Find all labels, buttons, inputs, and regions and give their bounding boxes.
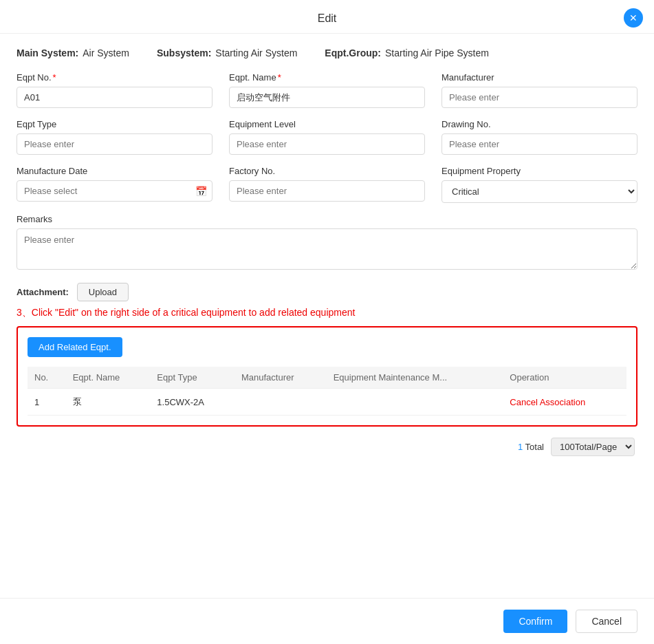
- col-manufacturer: Manufacturer: [235, 367, 327, 389]
- close-button[interactable]: ✕: [624, 8, 643, 28]
- manufacture-date-group: Manufacture Date 📅: [17, 166, 212, 203]
- factory-no-label: Factory No.: [229, 166, 425, 176]
- cell-manufacturer: [235, 389, 327, 416]
- attachment-label: Attachment:: [17, 287, 69, 297]
- col-eqpt-type: Eqpt Type: [150, 367, 235, 389]
- equipment-property-label: Equipment Property: [442, 166, 637, 176]
- eqpt-type-input[interactable]: [17, 133, 212, 155]
- main-system-item: Main System: Air System: [17, 47, 129, 58]
- pagination-row: 1 Total 100Total/Page 50Total/Page 20Tot…: [17, 438, 637, 456]
- equipment-property-select[interactable]: Critical Non-Critical: [442, 180, 637, 203]
- calendar-icon: 📅: [195, 186, 207, 197]
- modal-body: Main System: Air System Subsystem: Start…: [0, 34, 654, 598]
- subsystem-item: Subsystem: Starting Air System: [157, 47, 297, 58]
- close-icon: ✕: [629, 12, 637, 23]
- manufacturer-group: Manufacturer: [442, 72, 637, 108]
- manufacture-date-label: Manufacture Date: [17, 166, 212, 176]
- remarks-label: Remarks: [17, 214, 637, 224]
- related-section: Add Related Eqpt. No. Eqpt. Name Eqpt Ty…: [17, 326, 637, 427]
- eqpt-name-group: Eqpt. Name*: [229, 72, 425, 108]
- manufacturer-label: Manufacturer: [442, 72, 637, 83]
- modal-footer: Confirm Cancel: [0, 598, 654, 644]
- modal-title: Edit: [318, 12, 337, 25]
- hint-text: 3、Click "Edit" on the right side of a cr…: [17, 307, 637, 319]
- modal-overlay: Edit ✕ Main System: Air System Subsystem…: [0, 0, 654, 644]
- manufacturer-input[interactable]: [442, 87, 637, 108]
- equipment-level-label: Equipment Level: [229, 119, 425, 129]
- modal-header: Edit ✕: [0, 0, 654, 34]
- col-operation: Operation: [503, 367, 626, 389]
- main-system-value: Air System: [83, 47, 129, 58]
- related-table-body: 1 泵 1.5CWX-2A Cancel Association: [28, 389, 626, 416]
- main-system-label: Main System:: [17, 47, 78, 58]
- eqpt-type-group: Eqpt Type: [17, 119, 212, 155]
- upload-button[interactable]: Upload: [77, 283, 129, 301]
- factory-no-input[interactable]: [229, 180, 425, 202]
- eqpt-group-value: Starting Air Pipe System: [385, 47, 489, 58]
- cell-eqpt-type: 1.5CWX-2A: [150, 389, 235, 416]
- add-related-button[interactable]: Add Related Eqpt.: [28, 337, 122, 357]
- attachment-row: Attachment: Upload: [17, 283, 637, 301]
- eqpt-type-label: Eqpt Type: [17, 119, 212, 129]
- drawing-no-group: Drawing No.: [442, 119, 637, 155]
- cell-operation: Cancel Association: [503, 389, 626, 416]
- col-maintenance: Equipment Maintenance M...: [327, 367, 503, 389]
- related-table: No. Eqpt. Name Eqpt Type Manufacturer Eq…: [28, 367, 626, 416]
- eqpt-group-label: Eqpt.Group:: [325, 47, 381, 58]
- related-table-header: No. Eqpt. Name Eqpt Type Manufacturer Eq…: [28, 367, 626, 389]
- equipment-level-group: Equipment Level: [229, 119, 425, 155]
- date-input-wrapper: 📅: [17, 180, 212, 202]
- remarks-textarea[interactable]: [17, 228, 637, 270]
- eqpt-name-input[interactable]: [229, 87, 425, 108]
- page-size-select[interactable]: 100Total/Page 50Total/Page 20Total/Page: [551, 438, 635, 456]
- table-row: 1 泵 1.5CWX-2A Cancel Association: [28, 389, 626, 416]
- factory-no-group: Factory No.: [229, 166, 425, 203]
- drawing-no-input[interactable]: [442, 133, 637, 155]
- eqpt-no-label: Eqpt No.*: [17, 72, 212, 83]
- total-text: 1 Total: [518, 442, 544, 452]
- col-eqpt-name: Eqpt. Name: [66, 367, 151, 389]
- info-bar: Main System: Air System Subsystem: Start…: [17, 47, 637, 58]
- cancel-button[interactable]: Cancel: [576, 610, 637, 633]
- eqpt-no-input[interactable]: [17, 87, 212, 108]
- cell-eqpt-name: 泵: [66, 389, 151, 416]
- cell-no: 1: [28, 389, 66, 416]
- equipment-property-group: Equipment Property Critical Non-Critical: [442, 166, 637, 203]
- drawing-no-label: Drawing No.: [442, 119, 637, 129]
- confirm-button[interactable]: Confirm: [503, 610, 567, 633]
- cell-maintenance: [327, 389, 503, 416]
- eqpt-name-label: Eqpt. Name*: [229, 72, 425, 83]
- total-count: 1: [518, 442, 523, 452]
- manufacture-date-input[interactable]: [17, 180, 212, 202]
- related-header-row: No. Eqpt. Name Eqpt Type Manufacturer Eq…: [28, 367, 626, 389]
- subsystem-value: Starting Air System: [215, 47, 297, 58]
- form-grid: Eqpt No.* Eqpt. Name* Manufacturer Eqpt …: [17, 72, 637, 203]
- subsystem-label: Subsystem:: [157, 47, 211, 58]
- equipment-level-input[interactable]: [229, 133, 425, 155]
- cancel-association-link[interactable]: Cancel Association: [510, 397, 585, 407]
- eqpt-group-item: Eqpt.Group: Starting Air Pipe System: [325, 47, 489, 58]
- remarks-group: Remarks: [17, 214, 637, 272]
- col-no: No.: [28, 367, 66, 389]
- eqpt-no-group: Eqpt No.*: [17, 72, 212, 108]
